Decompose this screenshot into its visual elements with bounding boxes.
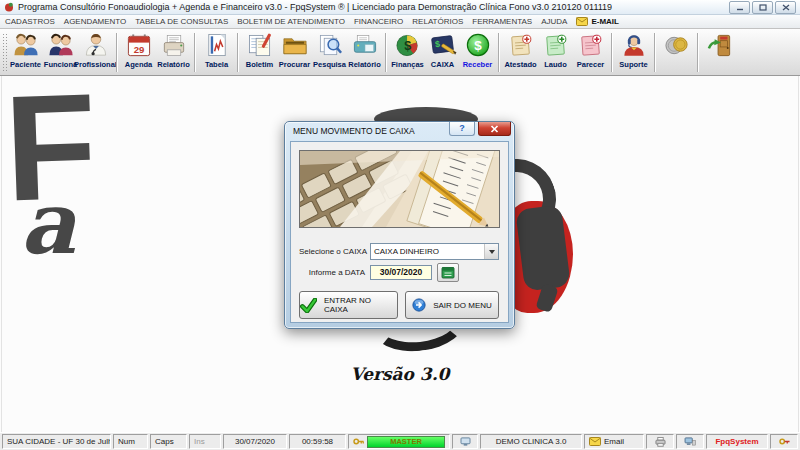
status-lock-panel [770,434,798,449]
status-clinic: DEMO CLINICA 3.0 [480,434,582,449]
toolbar-button-receber[interactable]: $ Receber [460,30,495,75]
dialog-close-button[interactable] [478,122,511,136]
menu-relatorios[interactable]: RELATÓRIOS [412,17,463,26]
enter-caixa-button[interactable]: ENTRAR NO CAIXA [299,291,398,319]
certificate-note-icon [506,32,536,59]
window-controls [729,1,796,14]
toolbar-grip [2,33,7,72]
dialog-buttons-row: ENTRAR NO CAIXA SAIR DO MENU [299,291,499,319]
chevron-down-icon[interactable] [484,244,498,259]
toolbar-button-pesquisa[interactable]: Pesquisa [312,30,347,75]
toolbar-separator [237,33,239,72]
toolbar-label: Boletim [246,60,274,69]
exit-menu-label: SAIR DO MENU [433,301,492,310]
toolbar-label: Funciona [44,60,77,69]
toolbar-label: Agenda [125,60,153,69]
toolbar-label: Tabela [205,60,228,69]
status-email-button[interactable]: Email [584,434,644,449]
caixa-select-label: Selecione o CAIXA [299,247,370,256]
exit-menu-button[interactable]: SAIR DO MENU [405,291,499,319]
toolbar-button-caixa[interactable]: $ CAIXA [425,30,460,75]
dialog-help-button[interactable]: ? [449,122,475,136]
monitor-icon [684,437,696,446]
toolbar-label: Relatório [348,60,381,69]
calendar-icon: 29 [124,32,154,59]
checkmark-icon [300,298,317,313]
toolbar-button-paciente[interactable]: Paciente [8,30,43,75]
headphone-earcup-icon [515,205,571,292]
finance-pie-icon: $ [393,32,423,59]
calendar-picker-button[interactable] [437,263,459,282]
toolbar-separator [697,33,699,72]
close-button[interactable] [775,1,796,14]
toolbar-button-agenda[interactable]: 29 Agenda [121,30,156,75]
status-user-badge: MASTER [367,436,445,448]
status-num-lock: Num [113,434,148,449]
status-brand: FpqSystem [706,434,768,449]
key-icon [353,437,364,446]
toolbar-button-profissional[interactable]: Profissional [78,30,113,75]
dialog-title-bar: MENU MOVIMENTO DE CAIXA ? [285,122,514,141]
svg-text:29: 29 [133,44,144,55]
toolbar-button-suporte[interactable]: Suporte [616,30,651,75]
status-user: MASTER [348,434,450,449]
email-icon [576,17,588,26]
calendar-icon [441,266,455,279]
toolbar-separator [654,33,656,72]
table-chart-icon [202,32,232,59]
bulletin-icon [245,32,275,59]
menu-cadastros[interactable]: CADASTROS [5,17,55,26]
menu-tabela-de-consultas[interactable]: TABELA DE CONSULTAS [135,17,228,26]
support-icon [619,32,649,59]
status-clinic-text: DEMO CLINICA 3.0 [496,437,567,446]
toolbar-button-sair[interactable] [702,30,737,75]
minimize-button[interactable] [729,1,750,14]
keyboard-receipts-photo [300,151,499,227]
toolbar-separator [116,33,118,72]
toolbar-button-tabela[interactable]: Tabela [199,30,234,75]
toolbar-label: Atestado [504,60,536,69]
status-network-button[interactable] [676,434,704,449]
date-input[interactable]: 30/07/2020 [370,265,432,280]
toolbar-button-atestado[interactable]: Atestado [503,30,538,75]
toolbar-button-relatorio-financeiro[interactable]: Relatório [347,30,382,75]
opinion-note-icon [576,32,606,59]
toolbar-button-financas[interactable]: $ Finanças [390,30,425,75]
toolbar-button-moedas[interactable] [659,30,694,75]
status-date: 30/07/2020 [223,434,287,449]
svg-text:$: $ [474,38,482,53]
app-window: Programa Consultório Fonoaudiologia + Ag… [0,0,800,450]
menu-ferramentas[interactable]: FERRAMENTAS [472,17,532,26]
toolbar-label: Laudo [544,60,567,69]
menu-email[interactable]: E-MAIL [576,17,619,26]
toolbar-button-relatorio-agenda[interactable]: Relatório [156,30,191,75]
menu-agendamento[interactable]: AGENDAMENTO [64,17,127,26]
menu-financeiro[interactable]: FINANCEIRO [354,17,403,26]
menu-boletim-de-atendimento[interactable]: BOLETIM DE ATENDIMENTO [237,17,345,26]
computer-icon [460,437,471,446]
status-bar: SUA CIDADE - UF 30 de Julho de 2020 - Qu… [0,432,800,450]
toolbar-button-laudo[interactable]: Laudo [538,30,573,75]
toolbar: Paciente Funciona Profissional [0,29,800,76]
status-date-text: 30/07/2020 [235,437,275,446]
window-title: Programa Consultório Fonoaudiologia + Ag… [18,2,612,12]
cash-desk-photo [299,150,500,228]
printer-report-icon [159,32,189,59]
toolbar-label: Receber [463,60,493,69]
menu-ajuda[interactable]: AJUDA [541,17,567,26]
toolbar-button-procurar[interactable]: Procurar [277,30,312,75]
toolbar-button-parecer[interactable]: Parecer [573,30,608,75]
caixa-select-combobox[interactable]: CAIXA DINHEIRO [370,243,499,260]
status-print-button[interactable] [646,434,674,449]
enter-caixa-label: ENTRAR NO CAIXA [324,296,397,314]
maximize-button[interactable] [752,1,773,14]
receive-money-icon: $ [463,32,493,59]
toolbar-label: Parecer [577,60,605,69]
dialog-client-area: Selecione o CAIXA CAIXA DINHEIRO Informe… [290,141,509,323]
toolbar-button-boletim[interactable]: Boletim [242,30,277,75]
status-time-text: 00:59:58 [302,437,333,446]
minimize-icon [736,4,744,11]
svg-text:$: $ [404,39,411,53]
toolbar-button-funcionario[interactable]: Funciona [43,30,78,75]
folder-icon [280,32,310,59]
